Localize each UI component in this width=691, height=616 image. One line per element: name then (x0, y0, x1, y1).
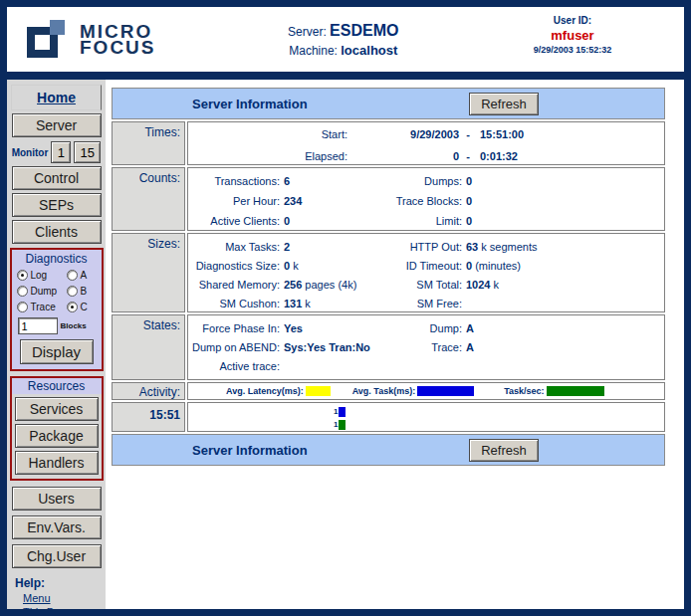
field-separator: - (459, 150, 477, 165)
refresh-button-bottom[interactable]: Refresh (469, 439, 539, 462)
field-value: A (462, 319, 664, 338)
activity-bars: 1 1 (187, 402, 665, 432)
radio-trace-icon[interactable] (17, 302, 28, 312)
field-label: Force Phase In: (188, 319, 280, 338)
field-value: 6 (280, 171, 391, 191)
services-button[interactable]: Services (15, 397, 99, 421)
home-link[interactable]: Home (37, 90, 76, 105)
help-title: Help: (15, 576, 106, 590)
field-value: 63k segments (462, 238, 664, 257)
seps-button[interactable]: SEPs (12, 193, 102, 217)
times-content: Start: 9/29/2003 - 15:51:00 Elapsed: 0 -… (187, 121, 665, 165)
radio-b-icon[interactable] (67, 286, 78, 297)
activity-bar-row: 1 (334, 405, 664, 418)
field-value: 0:01:32 (477, 150, 664, 165)
help-block: Help: Menu This Page Contents (15, 576, 106, 609)
clients-button[interactable]: Clients (12, 220, 102, 244)
sidebar: Home Server Monitor 1 15 Control SEPs Cl… (7, 80, 106, 609)
bar-value: 1 (334, 420, 338, 429)
field-label: Start: (188, 128, 347, 143)
sidebar-item-home[interactable]: Home (11, 85, 102, 110)
field-label: Shared Memory: (188, 276, 280, 295)
user-info: User ID: mfuser 9/29/2003 15:52:32 (513, 15, 632, 55)
handlers-button[interactable]: Handlers (15, 451, 99, 475)
radio-c[interactable]: C (67, 302, 103, 312)
field-value (462, 295, 664, 312)
radio-log[interactable]: Log (17, 270, 67, 281)
field-value: 0(minutes) (462, 257, 664, 276)
server-information-table: Server Information Refresh Times: Start:… (112, 88, 665, 466)
field-label: Dumps: (391, 171, 462, 191)
server-info-header-top: Server Information Refresh (112, 88, 665, 119)
states-label: States: (112, 314, 185, 380)
activity-legend: Avg. Latency(ms): Avg. Task(ms): Task/se… (187, 382, 665, 400)
field-label: Max Tasks: (188, 238, 280, 257)
field-value: 234 (280, 191, 391, 211)
server-button[interactable]: Server (12, 113, 102, 137)
field-value: 0 (347, 150, 459, 165)
envvars-button[interactable]: Env.Vars. (12, 515, 102, 539)
blocks-label: Blocks (61, 321, 87, 330)
server-value: ESDEMO (330, 22, 398, 39)
help-link-menu[interactable]: Menu (23, 592, 106, 604)
activity-bar-row: 1 (334, 418, 664, 431)
field-separator: - (459, 128, 477, 143)
field-value: Yes (280, 319, 391, 338)
display-button[interactable]: Display (20, 339, 94, 364)
main-content: Server Information Refresh Times: Start:… (106, 80, 684, 609)
data-row: Force Phase In: Yes Dump: A (188, 319, 664, 338)
server-label: Server: (288, 25, 327, 39)
field-label: SM Total: (391, 276, 462, 295)
activity-data-section: 15:51 1 1 (112, 402, 665, 432)
field-label: Dump on ABEND: (188, 338, 280, 357)
diagnostics-panel: Diagnostics Log A Dump (10, 248, 104, 371)
monitor-15-button[interactable]: 15 (74, 141, 101, 163)
sizes-label: Sizes: (112, 233, 185, 312)
field-label: Per Hour: (188, 191, 280, 211)
field-value: 0 (280, 211, 391, 231)
states-content: Force Phase In: Yes Dump: A Dump on ABEN… (187, 314, 665, 380)
package-button[interactable]: Package (15, 424, 99, 448)
field-label: Diagnostics Size: (188, 257, 280, 276)
chguser-button[interactable]: Chg.User (12, 544, 102, 568)
data-row: Dump on ABEND: Sys:Yes Tran:No Trace: A (188, 338, 664, 357)
radio-dump[interactable]: Dump (17, 286, 67, 297)
radio-trace-label: Trace (31, 302, 56, 312)
activity-section: Activity: Avg. Latency(ms): Avg. Task(ms… (112, 382, 665, 400)
radio-a[interactable]: A (67, 270, 103, 281)
field-label: Active trace: (188, 357, 280, 376)
refresh-button-top[interactable]: Refresh (469, 93, 539, 115)
field-value: A (462, 338, 664, 357)
radio-log-icon[interactable] (17, 270, 28, 281)
counts-content: Transactions: 6 Dumps: 0 Per Hour: 234 T… (187, 167, 665, 231)
diagnostics-title: Diagnostics (12, 252, 102, 266)
field-label (391, 357, 462, 376)
field-label: SM Cushon: (188, 295, 280, 312)
legend-label: Task/sec: (504, 386, 544, 396)
blocks-input[interactable] (18, 317, 58, 334)
user-id-value: mfuser (513, 28, 632, 43)
legend-item: Task/sec: (504, 386, 603, 396)
field-label: Trace Blocks: (391, 191, 462, 211)
field-value: 131k (280, 295, 391, 312)
legend-item: Avg. Latency(ms): (226, 386, 331, 396)
app-window: MICRO FOCUS Server: ESDEMO Machine: loca… (0, 0, 691, 616)
field-value: 0 (462, 171, 664, 191)
field-value: 0 (462, 211, 664, 231)
radio-trace[interactable]: Trace (17, 302, 67, 312)
machine-label: Machine: (289, 44, 338, 58)
field-value (280, 357, 391, 376)
radio-c-icon[interactable] (67, 302, 78, 312)
login-timestamp: 9/29/2003 15:52:32 (513, 45, 632, 55)
control-button[interactable]: Control (12, 166, 102, 190)
monitor-1-button[interactable]: 1 (51, 141, 71, 163)
radio-b[interactable]: B (67, 286, 103, 297)
users-button[interactable]: Users (12, 487, 102, 511)
radio-a-icon[interactable] (67, 270, 78, 281)
field-value: Sys:Yes Tran:No (280, 338, 391, 357)
page-body: Home Server Monitor 1 15 Control SEPs Cl… (7, 80, 684, 609)
help-link-this-page[interactable]: This Page (23, 606, 106, 609)
section-title-top: Server Information (192, 97, 308, 111)
radio-dump-icon[interactable] (17, 286, 28, 297)
header-divider (7, 72, 684, 80)
